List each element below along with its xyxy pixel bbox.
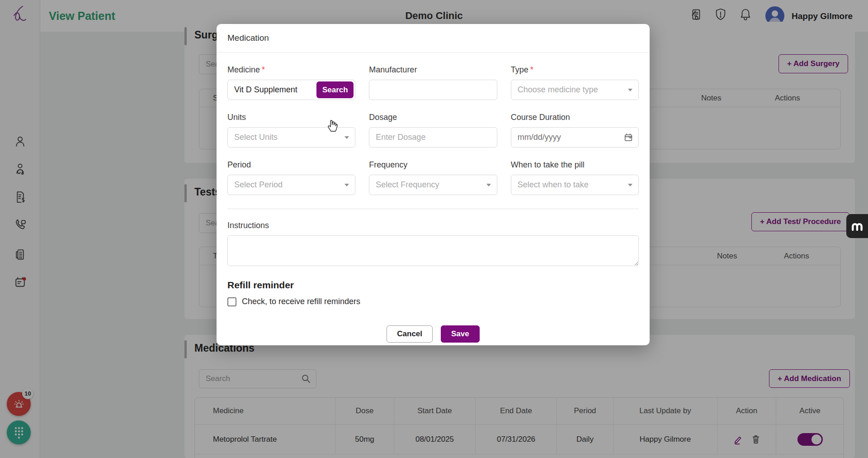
feedback-widget-tab[interactable] — [846, 214, 868, 238]
save-button[interactable]: Save — [441, 325, 480, 343]
instructions-textarea[interactable] — [227, 235, 639, 266]
instructions-label: Instructions — [227, 221, 639, 230]
required-asterisk: * — [530, 65, 533, 74]
course-duration-label: Course Duration — [511, 113, 639, 122]
m-logo-icon — [850, 220, 864, 232]
medicine-field-group: Medicine* Search — [227, 65, 355, 100]
frequency-select[interactable]: Select Frequency — [369, 175, 497, 195]
period-label: Period — [227, 160, 355, 170]
period-select[interactable]: Select Period — [227, 175, 355, 195]
period-field-group: Period Select Period — [227, 160, 355, 195]
calendar-icon[interactable] — [623, 132, 633, 143]
type-label: Type* — [511, 65, 639, 75]
dosage-input[interactable] — [369, 127, 497, 148]
course-duration-date-input[interactable]: mm/dd/yyyy — [511, 127, 639, 148]
cancel-button[interactable]: Cancel — [387, 325, 433, 343]
units-select[interactable]: Select Units — [227, 127, 355, 148]
type-field-group: Type* Choose medicine type — [511, 65, 639, 100]
when-to-take-label: When to take the pill — [511, 160, 639, 170]
required-asterisk: * — [262, 65, 265, 74]
refill-reminder-heading: Refill reminder — [227, 280, 639, 291]
modal-divider — [227, 209, 639, 209]
course-duration-field-group: Course Duration mm/dd/yyyy — [511, 113, 639, 148]
type-select[interactable]: Choose medicine type — [511, 80, 639, 100]
manufacturer-input[interactable] — [369, 80, 497, 100]
manufacturer-label: Manufacturer — [369, 65, 497, 75]
manufacturer-field-group: Manufacturer — [369, 65, 497, 100]
when-to-take-select[interactable]: Select when to take — [511, 175, 639, 195]
refill-reminder-checkbox[interactable] — [227, 297, 236, 306]
medication-modal: Medication Medicine* Search Manufacturer… — [217, 24, 650, 345]
units-label: Units — [227, 113, 355, 122]
frequency-field-group: Frequency Select Frequency — [369, 160, 497, 195]
when-to-take-field-group: When to take the pill Select when to tak… — [511, 160, 639, 195]
medicine-label: Medicine* — [227, 65, 355, 75]
units-field-group: Units Select Units — [227, 113, 355, 148]
medicine-search-button[interactable]: Search — [316, 81, 354, 98]
frequency-label: Frequency — [369, 160, 497, 170]
app-root: View Patient Demo Clinic Happy Gilmore — [0, 0, 868, 458]
refill-reminder-checkbox-label: Check, to receive refill reminders — [242, 297, 360, 306]
modal-title: Medication — [217, 24, 650, 52]
dosage-label: Dosage — [369, 113, 497, 122]
dosage-field-group: Dosage — [369, 113, 497, 148]
